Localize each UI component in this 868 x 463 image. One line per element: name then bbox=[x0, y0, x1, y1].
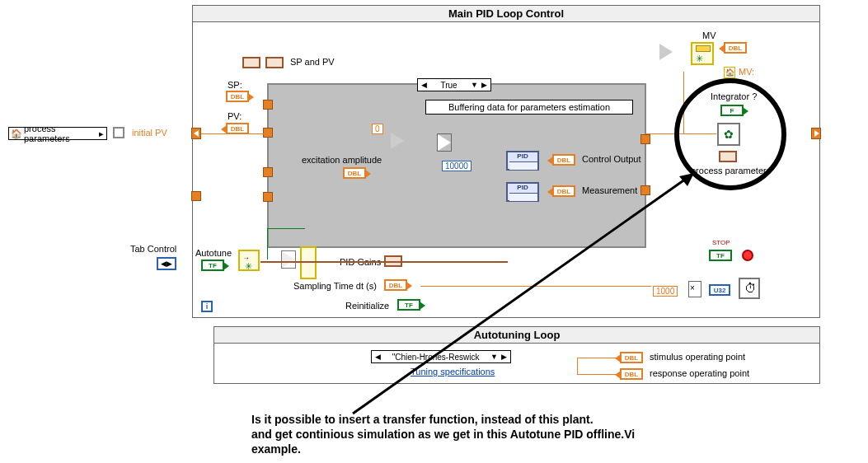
annotation-line-3: example. bbox=[251, 442, 746, 456]
autotune-tf-terminal: TF bbox=[201, 260, 224, 271]
autotune-label: Autotune bbox=[195, 248, 232, 258]
case-prev-icon[interactable]: ◀ bbox=[420, 81, 429, 89]
sp-label: SP: bbox=[228, 80, 242, 90]
pv-dbl-terminal: DBL bbox=[226, 123, 249, 134]
initial-pv-label: initial PV bbox=[132, 128, 167, 138]
annotation-caption: Is it possible to insert a transfer func… bbox=[251, 412, 746, 457]
control-output-label: Control Output bbox=[582, 154, 641, 164]
tab-control-label: Tab Control bbox=[130, 244, 176, 254]
response-dbl: DBL bbox=[620, 368, 643, 380]
tuning-specifications-link[interactable]: Tuning specifications bbox=[411, 367, 495, 376]
pid-block-2: PID bbox=[506, 182, 539, 202]
feedback-node-icon bbox=[282, 251, 295, 268]
sampling-time-dbl: DBL bbox=[384, 279, 407, 291]
stimulus-dbl: DBL bbox=[620, 352, 643, 363]
case-next-icon[interactable]: ▶ bbox=[480, 81, 489, 89]
mv-dbl-terminal: DBL bbox=[724, 42, 747, 54]
reinitialize-label: Reinitialize bbox=[345, 301, 389, 311]
reinitialize-tf-terminal: TF bbox=[397, 299, 420, 311]
tab-control-icon: ◀▶ bbox=[157, 257, 176, 270]
thousand-constant: 1000 bbox=[653, 286, 678, 297]
wait-metronome-icon: ⏱ bbox=[739, 278, 760, 299]
case-tunnel-2 bbox=[263, 128, 273, 138]
process-parameters-input: 🏠 process parameters ▸ bbox=[8, 127, 107, 140]
pv-label: PV: bbox=[228, 111, 242, 121]
method-next-icon[interactable]: ▶ bbox=[500, 353, 509, 361]
process-params-cluster-icon bbox=[719, 151, 737, 162]
sampling-time-label: Sampling Time dt (s) bbox=[293, 281, 377, 291]
mv-local-label: MV: bbox=[739, 67, 754, 77]
method-selector[interactable]: ◀ "Chien-Hrones-Reswick ▼ ▶ bbox=[371, 350, 511, 363]
main-loop-title: Main PID Loop Control bbox=[193, 6, 819, 22]
method-dropdown-icon[interactable]: ▼ bbox=[489, 353, 500, 361]
case-tunnel-1 bbox=[263, 100, 273, 110]
loop-iteration-terminal: i bbox=[201, 301, 213, 312]
case-selector-value: True bbox=[429, 81, 469, 90]
select-node-icon bbox=[659, 44, 673, 60]
process-parameters-label: process parameters bbox=[24, 124, 99, 143]
case-tunnel-r1 bbox=[640, 134, 650, 144]
case-dropdown-icon[interactable]: ▼ bbox=[469, 81, 480, 89]
excitation-amplitude-label: excitation amplitude bbox=[302, 155, 382, 165]
case-tunnel-3 bbox=[263, 167, 273, 177]
stop-button-icon[interactable] bbox=[742, 250, 753, 261]
buffer-banner-text: Buffering data for parameters estimation bbox=[448, 102, 610, 112]
stop-label: STOP bbox=[712, 239, 730, 246]
integrator-tf-terminal: F bbox=[720, 105, 744, 116]
to-variant-icon bbox=[113, 127, 124, 138]
process-parameters-out-label: process parameters bbox=[691, 166, 771, 175]
integrator-label: Integrator ? bbox=[711, 91, 757, 101]
measurement-dbl: DBL bbox=[552, 185, 575, 197]
add-node-icon bbox=[438, 134, 451, 151]
main-pid-loop-frame: Main PID Loop Control SP and PV SP: DBL … bbox=[192, 5, 820, 318]
case-structure: ◀ True ▼ ▶ Buffering data for parameters… bbox=[267, 83, 646, 248]
annotation-line-1: Is it possible to insert a transfer func… bbox=[251, 412, 746, 427]
autotuning-loop-frame: Autotuning Loop ◀ "Chien-Hrones-Reswick … bbox=[213, 326, 820, 384]
unbundle-by-name-icon bbox=[242, 57, 260, 68]
stimulus-op-label: stimulus operating point bbox=[650, 352, 745, 362]
shift-register-left-1 bbox=[191, 128, 201, 139]
case-selector[interactable]: ◀ True ▼ ▶ bbox=[417, 78, 491, 91]
buffer-banner: Buffering data for parameters estimation bbox=[425, 100, 633, 115]
shift-register-right bbox=[811, 128, 821, 139]
autotuning-loop-title: Autotuning Loop bbox=[214, 327, 819, 344]
pid-block-1: PID bbox=[506, 151, 539, 171]
measurement-label: Measurement bbox=[582, 185, 637, 195]
plant-vi-icon: ✿ bbox=[717, 123, 740, 146]
buffer-size-constant: 10000 bbox=[442, 161, 472, 171]
response-op-label: response operating point bbox=[650, 368, 749, 378]
method-selector-value: "Chien-Hrones-Reswick bbox=[382, 353, 489, 362]
annotation-line-2: and get continious simulation as we get … bbox=[251, 427, 746, 442]
zero-constant: 0 bbox=[372, 124, 383, 134]
case-tunnel-r2 bbox=[640, 185, 650, 195]
mv-label: MV bbox=[702, 30, 716, 40]
autotune-node-icon: → ✳ bbox=[238, 250, 260, 271]
unbundle-icon bbox=[300, 246, 317, 279]
sp-dbl-terminal: DBL bbox=[226, 91, 249, 102]
compare-node-icon bbox=[391, 133, 404, 149]
sp-and-pv-label: SP and PV bbox=[290, 57, 335, 67]
control-output-dbl: DBL bbox=[552, 154, 575, 166]
method-prev-icon[interactable]: ◀ bbox=[373, 353, 382, 361]
mv-bundle-icon: ✳ bbox=[691, 42, 714, 65]
array-build-icon bbox=[265, 57, 284, 68]
u32-cast-icon: U32 bbox=[709, 284, 730, 296]
case-tunnel-4 bbox=[263, 192, 273, 202]
excitation-dbl-terminal: DBL bbox=[343, 167, 366, 179]
stop-tf-terminal: TF bbox=[709, 250, 732, 261]
diagram-canvas: 🏠 process parameters ▸ initial PV Tab Co… bbox=[0, 0, 868, 463]
tunnel-left-2 bbox=[191, 191, 201, 201]
mv-local-var-icon: 🏠 bbox=[724, 67, 735, 78]
